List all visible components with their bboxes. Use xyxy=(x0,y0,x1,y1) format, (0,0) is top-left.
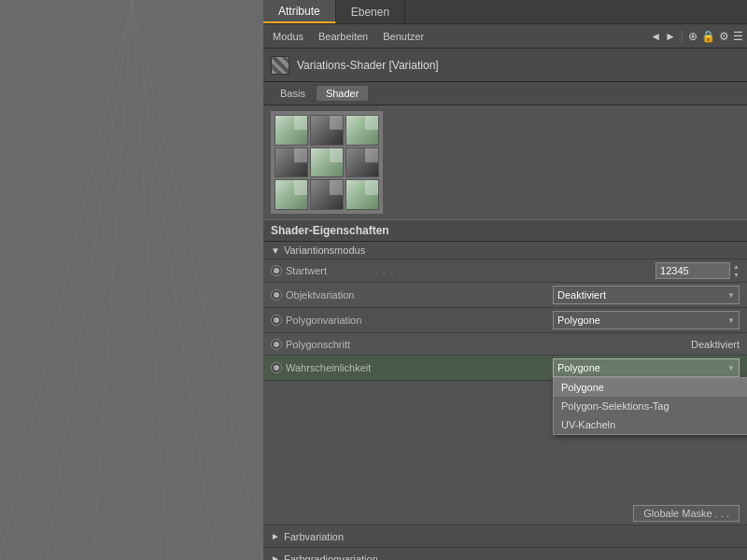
polygonvariation-row: Polygonvariation . . Polygone ▼ xyxy=(263,308,747,333)
cube-cell-9 xyxy=(345,179,379,210)
startwert-radio[interactable] xyxy=(271,265,282,276)
sub-tab-basis[interactable]: Basis xyxy=(271,86,315,101)
cube-cell-8 xyxy=(310,179,344,210)
tab-attribute[interactable]: Attribute xyxy=(263,0,336,23)
objektvariation-radio-inner xyxy=(274,292,279,298)
toolbar-icons: ◄ ► ⊕ 🔒 ⚙ ☰ xyxy=(650,30,743,43)
cube-cell-5 xyxy=(310,147,344,178)
spinner-up[interactable]: ▲ xyxy=(733,262,740,271)
startwert-input[interactable] xyxy=(655,262,730,279)
arrow-right-icon[interactable]: ► xyxy=(665,30,676,43)
polygonschritt-radio[interactable] xyxy=(271,339,282,350)
crosshair-icon[interactable]: ⊕ xyxy=(688,30,698,43)
polygonschritt-label: Polygonschritt . . . xyxy=(286,339,691,350)
tab-bar: Attribute Ebenen xyxy=(263,0,747,24)
startwert-spinner: ▲ ▼ xyxy=(733,262,740,279)
wahrscheinlichkeit-radio-inner xyxy=(274,365,279,371)
farbvariation-group[interactable]: ► Farbvariation xyxy=(263,525,747,548)
viewport-grid xyxy=(0,0,263,560)
wahrscheinlichkeit-dropdown[interactable]: Polygone ▼ xyxy=(553,358,740,377)
polygonvariation-selected: Polygone xyxy=(557,315,600,326)
settings-icon[interactable]: ⚙ xyxy=(719,30,729,43)
modus-button[interactable]: Modus xyxy=(267,29,309,44)
cube-cell-7 xyxy=(275,179,308,210)
polygonschritt-value: Deaktiviert xyxy=(691,339,740,350)
farbgradingvariation-group[interactable]: ► Farbgradingvariation xyxy=(263,548,747,560)
dropdown-item-polygone[interactable]: Polygone xyxy=(554,378,747,397)
viewport xyxy=(0,0,263,560)
sub-tabs: Basis Shader xyxy=(263,82,747,105)
arrow-left-icon[interactable]: ◄ xyxy=(650,30,661,43)
cube-cell-6 xyxy=(345,147,379,178)
toolbar-separator xyxy=(682,30,683,43)
polygonschritt-radio-inner xyxy=(274,342,279,347)
properties-panel: ▼ Variantionsmodus Startwert . . . . . .… xyxy=(263,242,747,560)
cube-cell-3 xyxy=(345,115,379,146)
objektvariation-arrow: ▼ xyxy=(727,291,735,300)
wahrscheinlichkeit-value: Polygone ▼ | Polygone Polygon-Selektions… xyxy=(553,358,740,377)
section-header: Shader-Eigenschaften xyxy=(263,219,747,242)
polygonvariation-radio-inner xyxy=(274,317,279,323)
polygonvariation-arrow: ▼ xyxy=(727,316,735,325)
collapse-arrow: ▼ xyxy=(271,245,280,256)
polygonschritt-row: Polygonschritt . . . Deaktiviert xyxy=(263,333,747,356)
cube-cell-4 xyxy=(275,147,308,178)
toolbar: Modus Bearbeiten Benutzer ◄ ► ⊕ 🔒 ⚙ ☰ xyxy=(263,24,747,49)
shader-title: Variations-Shader [Variation] xyxy=(297,59,439,72)
startwert-row: Startwert . . . . . . . . . . ▲ ▼ xyxy=(263,259,747,283)
wahrscheinlichkeit-row: Wahrscheinlichkeit Polygone ▼ | Polygone… xyxy=(263,356,747,381)
sub-tab-shader[interactable]: Shader xyxy=(317,86,368,101)
lock-icon[interactable]: 🔒 xyxy=(701,30,715,43)
objektvariation-value: Deaktiviert ▼ xyxy=(553,286,740,304)
menu-icon[interactable]: ☰ xyxy=(733,30,743,43)
objektvariation-radio[interactable] xyxy=(271,289,282,301)
preview-section xyxy=(263,105,747,219)
startwert-radio-inner xyxy=(274,268,279,273)
globale-maske-button[interactable]: Globale Maske . . . xyxy=(633,505,740,522)
svg-rect-0 xyxy=(0,0,263,560)
shader-header: Variations-Shader [Variation] xyxy=(263,49,747,82)
objektvariation-row: Objektvariation . . . Deaktiviert ▼ xyxy=(263,283,747,308)
wahrscheinlichkeit-radio[interactable] xyxy=(271,362,282,373)
variantionsmodus-label: Variantionsmodus xyxy=(284,245,365,256)
farbgradingvariation-label: Farbgradingvariation xyxy=(284,553,378,561)
polygonschritt-text: Deaktiviert xyxy=(691,339,740,350)
polygonvariation-value: Polygone ▼ xyxy=(553,311,740,329)
cube-cell-2 xyxy=(310,115,344,146)
objektvariation-selected: Deaktiviert xyxy=(557,289,606,301)
shader-icon xyxy=(271,56,289,75)
spinner-down[interactable]: ▼ xyxy=(733,271,740,279)
dropdown-item-polygon-selektions-tag[interactable]: Polygon-Selektions-Tag xyxy=(554,397,747,415)
farbgradingvariation-arrow: ► xyxy=(271,553,280,560)
benutzer-button[interactable]: Benutzer xyxy=(377,29,430,44)
cube-cell-1 xyxy=(275,115,308,146)
wahrscheinlichkeit-dropdown-menu: Polygone Polygon-Selektions-Tag UV-Kache… xyxy=(553,377,747,435)
wahrscheinlichkeit-arrow: ▼ xyxy=(727,364,735,372)
startwert-value: ▲ ▼ xyxy=(655,262,740,279)
wahrscheinlichkeit-selected: Polygone xyxy=(557,362,600,373)
right-panel: Attribute Ebenen Modus Bearbeiten Benutz… xyxy=(263,0,747,560)
globale-maske-row: Globale Maske . . . xyxy=(263,502,747,525)
shader-preview xyxy=(271,111,383,214)
polygonvariation-label: Polygonvariation . . xyxy=(286,315,553,326)
wahrscheinlichkeit-label: Wahrscheinlichkeit xyxy=(286,362,553,373)
variantionsmodus-group[interactable]: ▼ Variantionsmodus xyxy=(263,242,747,259)
polygonvariation-dropdown[interactable]: Polygone ▼ xyxy=(553,311,740,329)
farbvariation-arrow: ► xyxy=(271,531,280,541)
dropdown-item-uv-kacheln[interactable]: UV-Kacheln xyxy=(554,415,747,434)
polygonvariation-radio[interactable] xyxy=(271,315,282,326)
startwert-label: Startwert . . . . . . . . . . xyxy=(286,265,655,276)
objektvariation-dropdown[interactable]: Deaktiviert ▼ xyxy=(553,286,740,304)
objektvariation-label: Objektvariation . . . xyxy=(286,289,553,301)
bearbeiten-button[interactable]: Bearbeiten xyxy=(313,29,374,44)
farbvariation-label: Farbvariation xyxy=(284,531,344,542)
tab-ebenen[interactable]: Ebenen xyxy=(336,0,405,23)
